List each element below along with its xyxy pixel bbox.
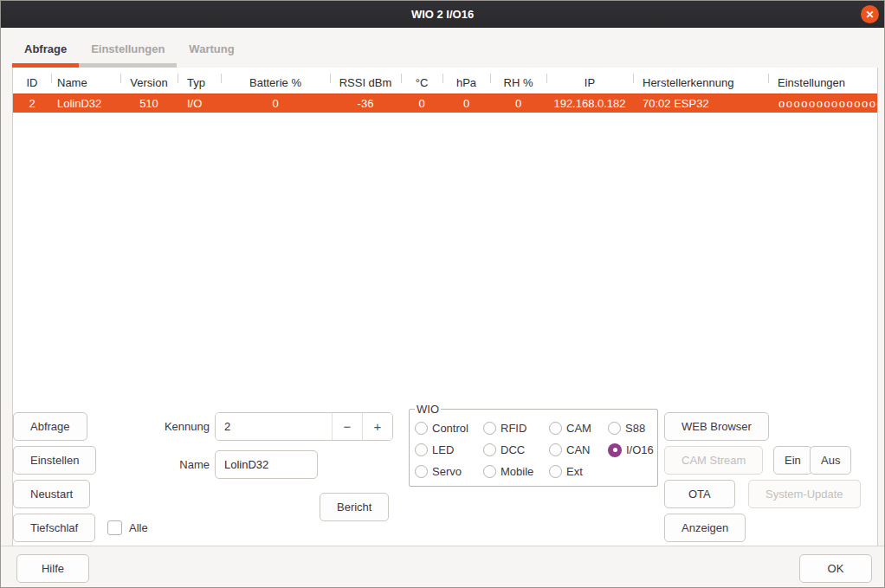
column-header-hpa[interactable]: hPa (442, 73, 490, 94)
radio-circle (483, 443, 496, 456)
cell-batterie: 0 (221, 94, 330, 113)
column-header-batterie[interactable]: Batterie % (221, 73, 330, 94)
tab-wartung[interactable]: Wartung (177, 42, 246, 68)
tab-label: Wartung (189, 42, 234, 55)
ein-button[interactable]: Ein (773, 446, 812, 475)
column-header-version[interactable]: Version (120, 73, 178, 94)
radio-s88[interactable]: S88 (608, 417, 654, 439)
cell-rssi: -36 (330, 94, 401, 113)
radio-io16-selected[interactable]: I/O16 (608, 439, 654, 461)
tab-label: Einstellungen (91, 42, 165, 55)
wio-group: WIO Control RFID CAM S88 LED DCC CAN I/O… (409, 403, 658, 487)
column-header-rh[interactable]: RH % (490, 73, 546, 94)
spin-plus-button[interactable]: + (362, 413, 392, 440)
alle-checkbox-label: Alle (129, 521, 148, 534)
column-header-celsius[interactable]: °C (401, 73, 442, 94)
alle-checkbox-row[interactable]: Alle (107, 514, 148, 542)
radio-circle (483, 422, 496, 435)
radio-circle (549, 422, 562, 435)
column-header-name[interactable]: Name (51, 73, 120, 94)
neustart-button[interactable]: Neustart (13, 480, 90, 508)
tab-pane: ID Name Version Typ Batterie % RSSI dBm … (12, 68, 878, 546)
column-header-id[interactable]: ID (13, 73, 51, 94)
cam-stream-button[interactable]: CAM Stream (664, 446, 763, 475)
column-header-herstellerkennung[interactable]: Herstellerkennung (633, 73, 768, 94)
titlebar: WIO 2 I/O16 ✕ (1, 1, 884, 28)
web-browser-button[interactable]: WEB Browser (664, 412, 769, 441)
tiefschlaf-button[interactable]: Tiefschlaf (13, 514, 95, 542)
radio-circle-selected (608, 443, 622, 457)
radio-servo[interactable]: Servo (415, 461, 483, 482)
close-icon[interactable]: ✕ (861, 5, 879, 23)
radio-circle (415, 443, 428, 456)
radio-led[interactable]: LED (415, 439, 483, 461)
einstellen-button[interactable]: Einstellen (13, 446, 96, 475)
cell-typ: I/O (178, 94, 221, 113)
device-table: ID Name Version Typ Batterie % RSSI dBm … (13, 68, 877, 113)
window-title: WIO 2 I/O16 (411, 8, 474, 21)
cell-celsius: 0 (401, 94, 442, 113)
dialog-footer: Hilfe OK (1, 546, 884, 587)
cell-herstellerkennung: 70:02 ESP32 (633, 94, 768, 113)
tab-bar: Abfrage Einstellungen Wartung (12, 28, 247, 68)
kennung-input[interactable] (216, 413, 332, 440)
cell-rh: 0 (490, 94, 546, 113)
alle-checkbox[interactable] (107, 520, 122, 535)
radio-circle (608, 422, 621, 435)
ok-button[interactable]: OK (799, 554, 872, 583)
hilfe-button[interactable]: Hilfe (16, 554, 89, 583)
bericht-button[interactable]: Bericht (320, 493, 389, 521)
radio-dcc[interactable]: DCC (483, 439, 549, 461)
column-header-rssi[interactable]: RSSI dBm (330, 73, 401, 94)
anzeigen-button[interactable]: Anzeigen (664, 514, 746, 542)
spin-minus-button[interactable]: − (332, 413, 362, 440)
column-header-einstellungen[interactable]: Einstellungen (768, 73, 877, 94)
radio-circle (483, 465, 496, 478)
wio-group-legend: WIO (415, 403, 441, 416)
wio-radio-grid: Control RFID CAM S88 LED DCC CAN I/O16 S… (415, 417, 654, 482)
cell-version: 510 (120, 94, 178, 113)
radio-circle (415, 422, 428, 435)
cell-einstellungen: oooooooooooooo (768, 94, 877, 113)
radio-cam[interactable]: CAM (549, 417, 608, 439)
name-label: Name (123, 450, 210, 479)
name-input[interactable] (215, 450, 318, 479)
ota-button[interactable]: OTA (664, 480, 735, 508)
radio-circle (549, 443, 562, 456)
kennung-spinner: − + (215, 412, 393, 441)
table-header-row: ID Name Version Typ Batterie % RSSI dBm … (13, 73, 877, 94)
cell-ip: 192.168.0.182 (546, 94, 633, 113)
radio-ext[interactable]: Ext (549, 461, 608, 482)
radio-circle (549, 465, 562, 478)
radio-control[interactable]: Control (415, 417, 483, 439)
cell-name: LolinD32 (51, 94, 120, 113)
radio-can[interactable]: CAN (549, 439, 608, 461)
cell-hpa: 0 (442, 94, 490, 113)
tab-einstellungen[interactable]: Einstellungen (79, 42, 177, 68)
cell-id: 2 (13, 94, 51, 113)
kennung-label: Kennung (123, 412, 210, 441)
aus-button[interactable]: Aus (810, 446, 851, 475)
system-update-button[interactable]: System-Update (748, 480, 861, 508)
tab-label: Abfrage (24, 42, 67, 55)
radio-circle (415, 465, 428, 478)
abfrage-button[interactable]: Abfrage (13, 412, 87, 441)
radio-mobile[interactable]: Mobile (483, 461, 549, 482)
column-header-typ[interactable]: Typ (178, 73, 221, 94)
radio-rfid[interactable]: RFID (483, 417, 549, 439)
tab-abfrage[interactable]: Abfrage (12, 42, 79, 68)
column-header-ip[interactable]: IP (546, 73, 633, 94)
app-window: WIO 2 I/O16 ✕ Abfrage Einstellungen Wart… (0, 0, 885, 588)
table-row[interactable]: 2 LolinD32 510 I/O 0 -36 0 0 0 192.168.0… (13, 94, 877, 113)
